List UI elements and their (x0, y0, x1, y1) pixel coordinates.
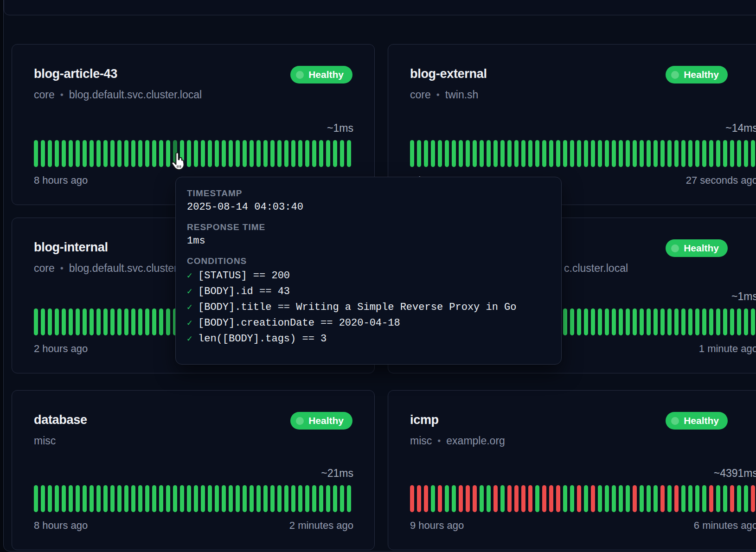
status-bar-up[interactable] (647, 308, 651, 335)
status-bar-up[interactable] (660, 308, 665, 335)
status-bar-up[interactable] (298, 140, 302, 167)
status-bar-up[interactable] (723, 485, 727, 512)
status-bar-up[interactable] (284, 140, 288, 167)
status-bar-up[interactable] (626, 485, 630, 512)
status-bar-up[interactable] (340, 140, 344, 167)
status-bar-up[interactable] (633, 140, 637, 167)
status-bar-up[interactable] (702, 485, 706, 512)
status-bar-down[interactable] (674, 485, 679, 512)
status-bar-up[interactable] (103, 485, 108, 512)
status-bar-up[interactable] (507, 140, 512, 167)
status-bar-up[interactable] (493, 140, 498, 167)
status-bar-up[interactable] (159, 308, 163, 335)
status-bar-up[interactable] (124, 308, 128, 335)
status-bar-down[interactable] (459, 485, 463, 512)
status-bar-up[interactable] (55, 140, 59, 167)
status-bar-up[interactable] (542, 140, 546, 167)
status-bar-up[interactable] (681, 485, 686, 512)
status-bar-up[interactable] (619, 140, 623, 167)
status-bar-up[interactable] (34, 485, 38, 512)
status-bar-up[interactable] (695, 485, 699, 512)
status-bar-up[interactable] (667, 140, 672, 167)
status-bar-up[interactable] (744, 308, 748, 335)
status-bar-up[interactable] (640, 140, 644, 167)
status-bar-up[interactable] (723, 308, 727, 335)
status-bar-up[interactable] (584, 308, 588, 335)
status-bar-up[interactable] (55, 308, 59, 335)
status-bar-down[interactable] (507, 485, 512, 512)
status-bar-up[interactable] (716, 308, 720, 335)
uptime-bars[interactable] (410, 140, 756, 167)
status-bar-up[interactable] (605, 140, 609, 167)
status-bar-up[interactable] (124, 485, 128, 512)
uptime-bars[interactable] (34, 140, 353, 167)
status-bar-up[interactable] (521, 140, 525, 167)
status-bar-up[interactable] (145, 308, 149, 335)
status-bar-up[interactable] (236, 485, 240, 512)
status-bar-up[interactable] (431, 140, 435, 167)
status-bar-up[interactable] (96, 140, 101, 167)
status-bar-up[interactable] (730, 308, 734, 335)
status-bar-up[interactable] (131, 485, 135, 512)
status-bar-up[interactable] (83, 308, 87, 335)
status-bar-up[interactable] (201, 140, 205, 167)
status-bar-up[interactable] (215, 485, 219, 512)
status-bar-up[interactable] (702, 140, 706, 167)
status-bar-up[interactable] (291, 485, 295, 512)
status-bar-up[interactable] (737, 140, 741, 167)
status-bar-up[interactable] (69, 140, 73, 167)
status-bar-up[interactable] (751, 140, 755, 167)
status-bar-up[interactable] (55, 485, 59, 512)
status-bar-up[interactable] (194, 485, 198, 512)
status-bar-up[interactable] (319, 485, 323, 512)
status-bar-up[interactable] (256, 140, 261, 167)
status-bar-down[interactable] (591, 485, 595, 512)
status-bar-up[interactable] (117, 485, 122, 512)
status-bar-up[interactable] (417, 140, 421, 167)
status-bar-up[interactable] (83, 485, 87, 512)
status-bar-up[interactable] (34, 308, 38, 335)
status-bar-up[interactable] (222, 140, 226, 167)
status-bar-up[interactable] (480, 485, 484, 512)
status-bar-up[interactable] (48, 140, 52, 167)
status-bar-up[interactable] (695, 308, 699, 335)
status-bar-down[interactable] (577, 485, 581, 512)
status-bar-down[interactable] (709, 485, 713, 512)
status-bar-up[interactable] (688, 140, 692, 167)
uptime-bars[interactable] (410, 485, 756, 512)
status-bar-up[interactable] (605, 308, 609, 335)
status-bar-up[interactable] (69, 308, 73, 335)
status-bar-up[interactable] (626, 308, 630, 335)
status-bar-down[interactable] (556, 485, 560, 512)
status-bar-up[interactable] (131, 140, 135, 167)
status-bar-up[interactable] (730, 140, 734, 167)
status-bar-up[interactable] (62, 308, 66, 335)
status-bar-up[interactable] (612, 485, 616, 512)
status-bar-up[interactable] (319, 140, 323, 167)
status-bar-up[interactable] (166, 140, 170, 167)
status-bar-up[interactable] (263, 140, 268, 167)
status-bar-up[interactable] (159, 485, 163, 512)
status-bar-up[interactable] (236, 140, 240, 167)
status-bar-up[interactable] (138, 140, 142, 167)
status-bar-up[interactable] (201, 485, 205, 512)
status-bar-up[interactable] (681, 140, 686, 167)
status-bar-down[interactable] (466, 485, 470, 512)
status-bar-up[interactable] (570, 485, 574, 512)
status-bar-up[interactable] (410, 140, 414, 167)
status-bar-up[interactable] (709, 308, 713, 335)
status-bar-up[interactable] (187, 140, 191, 167)
status-bar-up[interactable] (535, 485, 539, 512)
status-bar-up[interactable] (48, 485, 52, 512)
status-bar-up[interactable] (577, 140, 581, 167)
status-bar-up[interactable] (563, 485, 567, 512)
status-bar-up[interactable] (208, 485, 212, 512)
status-bar-up[interactable] (563, 308, 567, 335)
endpoint-card-partial[interactable] (4, 0, 756, 15)
status-bar-up[interactable] (535, 140, 539, 167)
status-bar-up[interactable] (250, 140, 254, 167)
status-bar-up[interactable] (549, 140, 553, 167)
status-bar-up[interactable] (243, 485, 247, 512)
status-bar-up[interactable] (528, 140, 532, 167)
status-bar-up[interactable] (660, 140, 665, 167)
